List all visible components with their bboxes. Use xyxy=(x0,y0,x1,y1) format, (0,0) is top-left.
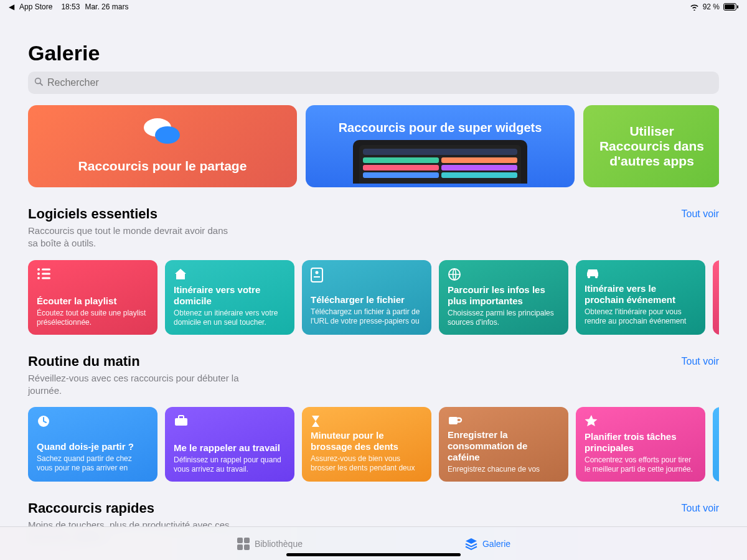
card-title: Enregistrer la consommation de caféine xyxy=(448,429,560,463)
section-subtitle: Raccourcis que tout le monde devrait avo… xyxy=(28,225,240,250)
search-input[interactable] xyxy=(47,77,713,88)
card-title: Écouter la playlist xyxy=(37,296,149,307)
wifi-icon xyxy=(690,4,699,11)
card-desc: Écoutez tout de suite une playlist présé… xyxy=(37,309,149,327)
status-date: Mar. 26 mars xyxy=(85,2,128,11)
chat-bubbles-icon xyxy=(140,116,185,151)
card-desc: Choisissez parmi les principales sources… xyxy=(448,309,560,327)
card-desc: Obtenez un itinéraire vers votre domicil… xyxy=(174,309,286,327)
tab-label: Bibliothèque xyxy=(255,539,303,549)
svg-rect-13 xyxy=(311,268,322,282)
section-title: Raccourcis rapides xyxy=(28,500,240,516)
svg-rect-23 xyxy=(449,417,458,424)
battery-percentage: 92 % xyxy=(703,2,720,11)
home-indicator[interactable] xyxy=(286,553,461,556)
shortcut-card[interactable]: Parcourir les infos les plus importantes… xyxy=(439,260,568,335)
shortcut-card[interactable] xyxy=(713,407,719,482)
card-desc: Enregistrez chacune de vos tasses de caf… xyxy=(448,465,560,474)
svg-point-18 xyxy=(595,275,598,278)
shortcut-card[interactable]: Itinéraire vers le prochain événementObt… xyxy=(576,260,705,335)
section-subtitle: Réveillez-vous avec ces raccourcis pour … xyxy=(28,372,240,398)
hero-title: Raccourcis pour de super widgets xyxy=(339,121,542,135)
card-row: Écouter la playlistÉcoutez tout de suite… xyxy=(28,260,719,335)
card-title: Itinéraire vers le prochain événement xyxy=(585,283,697,306)
card-title: Quand dois-je partir ? xyxy=(37,441,149,452)
hero-title: Utiliser Raccourcis dans d'autres apps xyxy=(594,124,709,169)
see-all-link[interactable]: Tout voir xyxy=(682,356,719,367)
shortcut-card[interactable]: Enregistrer la consommation de caféineEn… xyxy=(439,407,568,482)
coffee-icon xyxy=(448,414,560,429)
card-desc: Définissez un rappel pour quand vous arr… xyxy=(174,455,286,474)
card-desc: Sachez quand partir de chez vous pour ne… xyxy=(37,454,149,474)
hero-card-other-apps[interactable]: Utiliser Raccourcis dans d'autres apps xyxy=(583,105,719,187)
see-all-link[interactable]: Tout voir xyxy=(682,208,719,220)
section-title: Logiciels essentiels xyxy=(28,206,240,222)
svg-rect-15 xyxy=(314,276,320,278)
shortcut-card[interactable]: Quand dois-je partir ?Sachez quand parti… xyxy=(28,407,157,482)
search-bar[interactable] xyxy=(28,72,719,94)
hero-card-sharing[interactable]: Raccourcis pour le partage xyxy=(28,105,297,187)
card-title: Me le rappeler au travail xyxy=(174,442,286,454)
hourglass-icon xyxy=(311,414,423,429)
ipad-mock-icon xyxy=(353,140,527,184)
svg-point-14 xyxy=(316,271,319,274)
svg-rect-2 xyxy=(737,6,738,9)
shortcut-card[interactable]: Itinéraire vers votre domicileObtenez un… xyxy=(165,260,294,335)
svg-point-9 xyxy=(37,273,40,275)
car-icon xyxy=(585,268,697,282)
list-icon xyxy=(37,268,149,282)
card-desc: Téléchargez un fichier à partir de l'URL… xyxy=(311,307,423,327)
card-title: Planifier trois tâches principales xyxy=(585,431,697,454)
tab-library[interactable]: Bibliothèque xyxy=(237,537,303,551)
card-desc: Assurez-vous de bien vous brosser les de… xyxy=(311,454,423,474)
back-app-label[interactable]: App Store xyxy=(19,2,52,11)
tab-label: Galerie xyxy=(482,539,510,549)
globe-icon xyxy=(448,268,560,282)
shortcut-card[interactable]: $ xyxy=(713,260,719,335)
card-title: Minuteur pour le brossage des dents xyxy=(311,430,423,452)
tab-gallery[interactable]: Galerie xyxy=(464,537,510,551)
svg-rect-22 xyxy=(179,416,184,419)
shortcut-card[interactable]: Écouter la playlistÉcoutez tout de suite… xyxy=(28,260,157,335)
svg-point-17 xyxy=(588,275,590,278)
shortcut-card[interactable]: Minuteur pour le brossage des dentsAssur… xyxy=(302,407,431,482)
svg-rect-24 xyxy=(237,538,243,543)
shortcut-card[interactable]: Télécharger le fichierTéléchargez un fic… xyxy=(302,260,431,335)
shortcut-card[interactable]: Planifier trois tâches principalesConcen… xyxy=(576,407,705,482)
battery-icon xyxy=(723,3,738,11)
status-time: 18:53 xyxy=(61,2,80,11)
briefcase-icon xyxy=(174,414,286,429)
svg-rect-27 xyxy=(244,544,250,550)
status-bar: ◀ App Store 18:53 Mar. 26 mars 92 % xyxy=(0,0,747,11)
hero-row: Raccourcis pour le partage Raccourcis po… xyxy=(28,105,719,187)
section-title: Routine du matin xyxy=(28,353,240,370)
clock-icon xyxy=(37,414,149,429)
section-morning: Routine du matin Réveillez-vous avec ces… xyxy=(28,353,719,482)
svg-point-6 xyxy=(155,126,180,144)
svg-point-11 xyxy=(37,277,40,279)
star-icon xyxy=(585,414,697,429)
svg-rect-10 xyxy=(42,273,50,274)
card-title: Parcourir les infos les plus importantes xyxy=(448,284,560,307)
search-icon xyxy=(34,77,44,89)
card-desc: Obtenez l'itinéraire pour vous rendre au… xyxy=(585,307,697,327)
shortcut-card[interactable]: Me le rappeler au travailDéfinissez un r… xyxy=(165,407,294,482)
hero-title: Raccourcis pour le partage xyxy=(28,159,297,174)
svg-rect-26 xyxy=(237,544,243,550)
svg-rect-12 xyxy=(42,277,50,279)
see-all-link[interactable]: Tout voir xyxy=(682,503,719,514)
stack-icon xyxy=(464,537,478,551)
doc-icon xyxy=(311,268,423,282)
grid-icon xyxy=(237,537,250,551)
back-caret-icon[interactable]: ◀ xyxy=(9,2,14,11)
card-title: Télécharger le fichier xyxy=(311,294,423,306)
section-essentials: Logiciels essentiels Raccourcis que tout… xyxy=(28,206,719,335)
page-title: Galerie xyxy=(28,41,719,65)
svg-rect-8 xyxy=(42,268,50,270)
card-row: Quand dois-je partir ?Sachez quand parti… xyxy=(28,407,719,482)
svg-point-7 xyxy=(37,268,40,271)
hero-card-widgets[interactable]: Raccourcis pour de super widgets xyxy=(306,105,575,187)
home-icon xyxy=(174,268,286,282)
card-title: Itinéraire vers votre domicile xyxy=(174,284,286,307)
svg-rect-25 xyxy=(244,538,250,543)
